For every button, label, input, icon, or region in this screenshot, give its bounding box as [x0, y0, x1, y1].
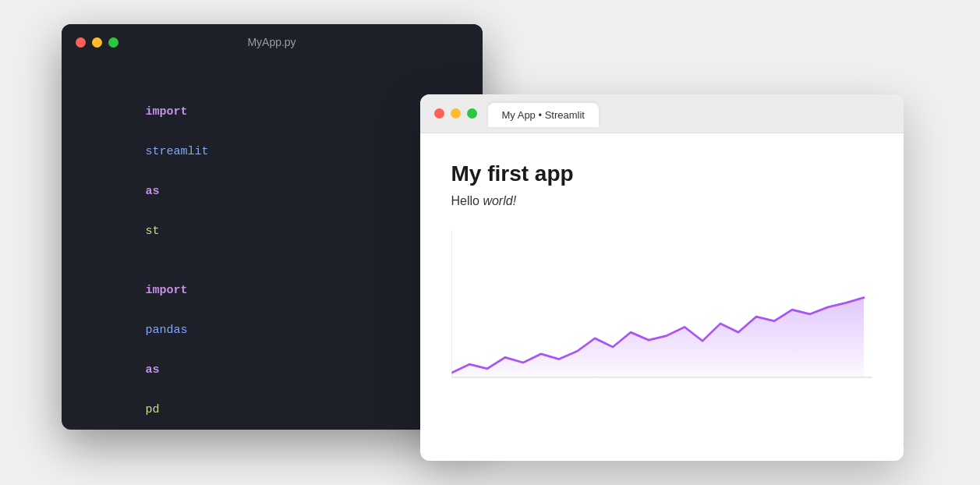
keyword-import: import: [146, 105, 188, 119]
editor-title: MyApp.py: [247, 36, 295, 48]
browser-content: My first app Hello world!: [420, 133, 904, 402]
alias-pd: pd: [146, 403, 160, 416]
app-heading: My first app: [451, 161, 872, 186]
browser-minimize-icon[interactable]: [451, 108, 461, 119]
browser-traffic-lights: [434, 108, 477, 119]
close-icon[interactable]: [76, 37, 86, 48]
editor-window: MyApp.py import streamlit as st import p…: [62, 24, 483, 430]
module-streamlit: streamlit: [146, 145, 209, 158]
editor-titlebar: MyApp.py: [62, 24, 483, 60]
editor-traffic-lights: [76, 37, 119, 48]
maximize-icon[interactable]: [108, 37, 119, 48]
chart-container: [451, 230, 872, 386]
app-subtext-italic: world!: [483, 194, 516, 207]
keyword-import2: import: [146, 284, 188, 297]
keyword-as: as: [146, 185, 160, 198]
code-line-2: import pandas as pd: [90, 261, 455, 430]
scene: MyApp.py import streamlit as st import p…: [62, 24, 919, 461]
keyword-as2: as: [146, 363, 160, 377]
code-line-1: import streamlit as st: [90, 82, 455, 261]
app-subtext: Hello world!: [451, 194, 872, 208]
line-chart: [451, 230, 872, 386]
alias-st: st: [146, 225, 160, 238]
browser-window: My App • Streamlit My first app Hello wo…: [420, 94, 904, 461]
browser-tab-label: My App • Streamlit: [502, 109, 585, 121]
app-subtext-plain: Hello: [451, 194, 483, 207]
module-pandas: pandas: [146, 324, 188, 337]
browser-close-icon[interactable]: [434, 108, 444, 119]
editor-body: import streamlit as st import pandas as …: [62, 60, 483, 430]
browser-titlebar: My App • Streamlit: [420, 94, 904, 133]
browser-tab[interactable]: My App • Streamlit: [488, 103, 599, 127]
minimize-icon[interactable]: [92, 37, 102, 48]
browser-maximize-icon[interactable]: [467, 108, 477, 119]
